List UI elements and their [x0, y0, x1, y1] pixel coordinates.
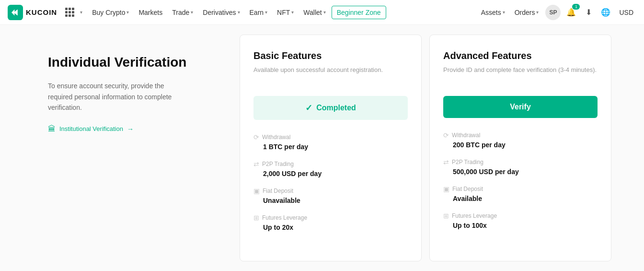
navbar-right: Assets ▾ Orders ▾ SP 🔔 1 ⬇ 🌐 USD — [478, 5, 636, 20]
wallet-chevron: ▾ — [323, 10, 326, 15]
advanced-card-title: Advanced Features — [443, 50, 598, 61]
futures-icon-advanced: ⊞ — [443, 212, 449, 220]
nav-nft[interactable]: NFT ▾ — [273, 0, 298, 25]
user-avatar[interactable]: SP — [545, 5, 561, 20]
earn-chevron: ▾ — [265, 10, 267, 15]
basic-features-card: Basic Features Available upon successful… — [240, 35, 422, 261]
p2p-icon-advanced: ⇄ — [443, 158, 449, 166]
grid-menu-icon[interactable] — [63, 6, 76, 19]
trade-chevron: ▾ — [191, 10, 193, 15]
orders-chevron: ▾ — [536, 10, 539, 15]
advanced-futures-row: ⊞ Futures Leverage Up to 100x — [443, 212, 598, 229]
nav-derivatives[interactable]: Derivatives ▾ — [199, 0, 243, 25]
completed-button: ✓ Completed — [253, 96, 408, 120]
grid-chevron[interactable]: ▾ — [80, 10, 82, 15]
basic-p2p-row: ⇄ P2P Trading 2,000 USD per day — [253, 160, 408, 177]
check-circle-icon: ✓ — [305, 103, 312, 113]
main-content: Individual Verification To ensure accoun… — [0, 25, 644, 271]
basic-fiat-value: Unavailable — [253, 197, 408, 204]
page-title: Individual Verification — [48, 54, 211, 71]
page-description: To ensure account security, provide the … — [48, 81, 182, 113]
nav-assets[interactable]: Assets ▾ — [478, 9, 508, 16]
p2p-icon-basic: ⇄ — [253, 160, 259, 168]
advanced-features-card: Advanced Features Provide ID and complet… — [429, 35, 611, 261]
assets-chevron: ▾ — [503, 10, 505, 15]
basic-p2p-value: 2,000 USD per day — [253, 170, 408, 177]
download-icon[interactable]: ⬇ — [582, 6, 595, 19]
fiat-icon-basic: ▣ — [253, 187, 260, 195]
arrow-right-icon: → — [127, 125, 134, 133]
nav-earn[interactable]: Earn ▾ — [246, 0, 272, 25]
advanced-futures-value: Up to 100x — [443, 222, 598, 229]
nav-trade[interactable]: Trade ▾ — [168, 0, 197, 25]
fiat-icon-advanced: ▣ — [443, 185, 449, 193]
advanced-withdrawal-row: ⟳ Withdrawal 200 BTC per day — [443, 131, 598, 149]
basic-futures-value: Up to 20x — [253, 224, 408, 231]
advanced-withdrawal-value: 200 BTC per day — [443, 141, 598, 149]
withdrawal-icon-basic: ⟳ — [253, 133, 259, 141]
notifications-bell[interactable]: 🔔 1 — [564, 6, 578, 19]
derivatives-chevron: ▾ — [238, 10, 240, 15]
currency-selector[interactable]: USD — [616, 9, 636, 16]
basic-card-title: Basic Features — [253, 50, 408, 61]
basic-futures-row: ⊞ Futures Leverage Up to 20x — [253, 214, 408, 231]
nft-chevron: ▾ — [291, 10, 294, 15]
brand-name: KUCOIN — [26, 8, 57, 16]
logo[interactable]: KUCOIN — [8, 5, 57, 20]
institution-icon: 🏛 — [48, 125, 56, 133]
withdrawal-icon-advanced: ⟳ — [443, 131, 449, 139]
navbar: KUCOIN ▾ Buy Crypto ▾ Markets Trade ▾ De… — [0, 0, 644, 25]
nav-markets[interactable]: Markets — [135, 0, 166, 25]
basic-fiat-row: ▣ Fiat Deposit Unavailable — [253, 187, 408, 204]
language-icon[interactable]: 🌐 — [599, 6, 612, 19]
futures-icon-basic: ⊞ — [253, 214, 259, 222]
advanced-card-subtitle: Provide ID and complete face verificatio… — [443, 65, 598, 82]
notification-badge: 1 — [572, 4, 580, 10]
buy-crypto-chevron: ▾ — [126, 10, 129, 15]
basic-withdrawal-value: 1 BTC per day — [253, 143, 408, 151]
institutional-verification-link[interactable]: 🏛 Institutional Verification → — [48, 125, 211, 133]
verify-button[interactable]: Verify — [443, 96, 598, 118]
cards-area: Basic Features Available upon successful… — [240, 25, 644, 271]
basic-withdrawal-row: ⟳ Withdrawal 1 BTC per day — [253, 133, 408, 151]
nav-beginner-zone[interactable]: Beginner Zone — [332, 6, 386, 19]
left-panel: Individual Verification To ensure accoun… — [0, 25, 240, 271]
advanced-p2p-row: ⇄ P2P Trading 500,000 USD per day — [443, 158, 598, 176]
advanced-fiat-value: Available — [443, 195, 598, 202]
advanced-p2p-value: 500,000 USD per day — [443, 168, 598, 176]
advanced-fiat-row: ▣ Fiat Deposit Available — [443, 185, 598, 202]
basic-card-subtitle: Available upon successful account regist… — [253, 65, 408, 82]
nav-wallet[interactable]: Wallet ▾ — [299, 0, 329, 25]
nav-buy-crypto[interactable]: Buy Crypto ▾ — [88, 0, 133, 25]
nav-orders[interactable]: Orders ▾ — [512, 9, 542, 16]
